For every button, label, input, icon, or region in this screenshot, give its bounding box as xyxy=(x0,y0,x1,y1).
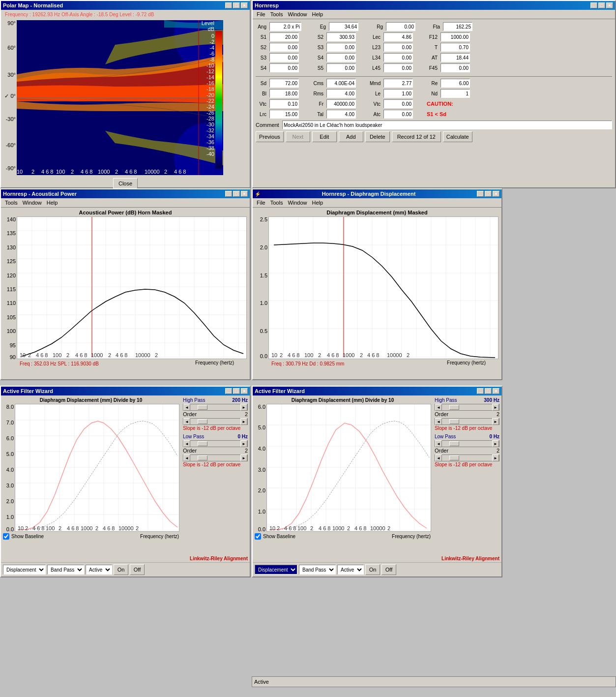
menu-ap-tools[interactable]: Tools xyxy=(3,199,20,206)
order2-thumb-left[interactable] xyxy=(198,455,207,460)
ang-input[interactable] xyxy=(269,22,301,31)
dropdown2-left[interactable]: Band Pass xyxy=(47,565,84,575)
sd-input[interactable] xyxy=(269,79,299,88)
menu-dd-help[interactable]: Help xyxy=(310,199,325,206)
tal-input[interactable] xyxy=(326,110,356,119)
menu-dd-file[interactable]: File xyxy=(255,199,267,206)
s2r-input[interactable] xyxy=(269,43,299,52)
rms-input[interactable] xyxy=(326,89,356,98)
l45-input[interactable] xyxy=(383,63,413,72)
order2-thumb-right[interactable] xyxy=(449,455,459,460)
next-button[interactable]: Next xyxy=(286,131,310,142)
order2-scroll-right[interactable]: ► xyxy=(240,455,247,461)
menu-ap-window[interactable]: Window xyxy=(21,199,44,206)
minimize-btn5[interactable]: _ xyxy=(225,388,232,394)
minimize-btn4[interactable]: _ xyxy=(477,191,484,197)
menu-file[interactable]: File xyxy=(255,11,267,18)
hp-scroll-left-right[interactable]: ◄ xyxy=(435,404,442,411)
eg-input[interactable] xyxy=(329,22,358,31)
lp-scroll-right-r[interactable]: ► xyxy=(492,440,499,447)
close-btn3[interactable]: × xyxy=(241,191,248,197)
off-button-left[interactable]: Off xyxy=(130,564,145,575)
vtc2-input[interactable] xyxy=(383,99,413,108)
menu-help[interactable]: Help xyxy=(310,11,325,18)
s3-input[interactable] xyxy=(326,43,356,52)
fta-input[interactable] xyxy=(443,22,472,31)
l34-input[interactable] xyxy=(383,53,413,62)
order2-scroll-left[interactable]: ◄ xyxy=(183,455,190,461)
order-scroll-right[interactable]: ► xyxy=(240,418,247,425)
on-button-left[interactable]: On xyxy=(114,564,128,575)
s3r-input[interactable] xyxy=(269,53,299,62)
order-thumb-right[interactable] xyxy=(449,419,459,424)
minimize-btn[interactable]: _ xyxy=(225,2,232,8)
maximize-btn3[interactable]: □ xyxy=(233,191,240,197)
lrc-input[interactable] xyxy=(269,110,299,119)
maximize-btn[interactable]: □ xyxy=(233,2,240,8)
maximize-btn4[interactable]: □ xyxy=(485,191,492,197)
rg-input[interactable] xyxy=(386,22,415,31)
lp-scroll-left-r[interactable]: ◄ xyxy=(435,440,442,447)
comment-input[interactable] xyxy=(282,121,612,129)
dropdown3-right[interactable]: Active xyxy=(337,565,364,575)
hp-scroll-right-right[interactable]: ► xyxy=(492,404,499,411)
show-baseline-checkbox-right[interactable] xyxy=(255,533,261,540)
t-input[interactable] xyxy=(440,43,470,52)
s2-input[interactable] xyxy=(326,32,356,41)
order-thumb-left[interactable] xyxy=(198,419,207,424)
dropdown1-left[interactable]: Displacement xyxy=(3,565,46,575)
previous-button[interactable]: Previous xyxy=(256,131,284,142)
s4-input[interactable] xyxy=(326,53,356,62)
order-scroll-left[interactable]: ◄ xyxy=(183,418,190,425)
lp-scroll-right[interactable]: ► xyxy=(240,440,247,447)
nd-input[interactable] xyxy=(440,89,470,98)
dropdown1-right[interactable]: Displacement xyxy=(255,565,297,575)
record-button[interactable]: Record 12 of 12 xyxy=(392,131,441,142)
close-button[interactable]: Close xyxy=(113,178,138,189)
minimize-btn3[interactable]: _ xyxy=(225,191,232,197)
hp-scroll-right-arrow[interactable]: ► xyxy=(240,404,247,411)
close-btn6[interactable]: × xyxy=(493,388,499,394)
atc-input[interactable] xyxy=(383,110,413,119)
edit-button[interactable]: Edit xyxy=(312,131,337,142)
lp-slider-left[interactable]: ◄ ► xyxy=(183,440,248,447)
calculate-button[interactable]: Calculate xyxy=(443,131,472,142)
hp-thumb-right[interactable] xyxy=(449,405,459,410)
maximize-btn6[interactable]: □ xyxy=(485,388,492,394)
minimize-btn2[interactable]: _ xyxy=(590,2,597,8)
mmd-input[interactable] xyxy=(383,79,413,88)
s5-input[interactable] xyxy=(326,63,356,72)
order-slider-left[interactable]: ◄ ► xyxy=(183,418,248,425)
order2-slider-right[interactable]: ◄ ► xyxy=(435,455,499,461)
fr-input[interactable] xyxy=(326,99,356,108)
off-button-right[interactable]: Off xyxy=(381,564,396,575)
lp-thumb-right[interactable] xyxy=(449,441,459,446)
order-scroll-left-r[interactable]: ◄ xyxy=(435,418,442,425)
lp-thumb-left[interactable] xyxy=(198,441,207,446)
menu-ap-help[interactable]: Help xyxy=(45,199,60,206)
maximize-btn5[interactable]: □ xyxy=(233,388,240,394)
at-input[interactable] xyxy=(440,53,470,62)
close-btn[interactable]: × xyxy=(241,2,248,8)
hp-slider-left[interactable]: ◄ ► xyxy=(183,404,248,411)
on-button-right[interactable]: On xyxy=(365,564,380,575)
minimize-btn6[interactable]: _ xyxy=(477,388,484,394)
vtc-input[interactable] xyxy=(269,99,299,108)
order-slider-right[interactable]: ◄ ► xyxy=(435,418,499,425)
s4r-input[interactable] xyxy=(269,63,299,72)
s1-input[interactable] xyxy=(269,32,299,41)
lp-scroll-left[interactable]: ◄ xyxy=(183,440,190,447)
order2-scroll-right-r[interactable]: ► xyxy=(492,455,499,461)
menu-dd-tools[interactable]: Tools xyxy=(268,199,285,206)
dropdown3-left[interactable]: Active xyxy=(86,565,112,575)
lp-slider-right[interactable]: ◄ ► xyxy=(435,440,499,447)
re-input[interactable] xyxy=(440,79,470,88)
menu-window[interactable]: Window xyxy=(286,11,309,18)
hp-slider-right[interactable]: ◄ ► xyxy=(435,404,499,411)
delete-button[interactable]: Delete xyxy=(365,131,390,142)
l23-input[interactable] xyxy=(383,43,413,52)
menu-tools[interactable]: Tools xyxy=(268,11,285,18)
add-button[interactable]: Add xyxy=(339,131,363,142)
close-btn4[interactable]: × xyxy=(493,191,499,197)
le-input[interactable] xyxy=(383,89,413,98)
